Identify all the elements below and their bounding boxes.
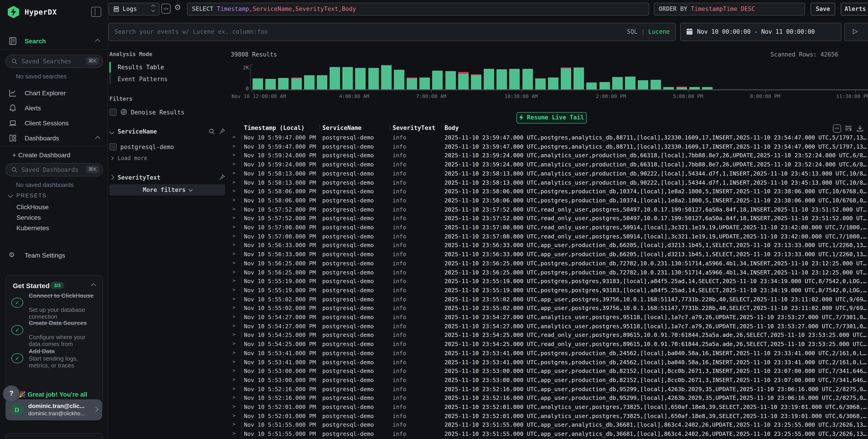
table-row[interactable]: >Nov 10 5:54:27.000 PMpostgresql-demoinf… — [230, 322, 868, 331]
row-expand-chevron-icon[interactable]: > — [232, 350, 236, 355]
table-row[interactable]: >Nov 10 5:55:19.000 PMpostgresql-demoinf… — [230, 286, 868, 295]
sidebar-item-client-sessions[interactable]: Client Sessions — [0, 118, 107, 129]
query-language-toggle[interactable]: SQL | Lucene — [627, 28, 670, 35]
row-expand-chevron-icon[interactable]: > — [232, 206, 236, 212]
table-row[interactable]: >Nov 10 5:52:16.000 PMpostgresql-demoinf… — [230, 394, 868, 403]
histogram-bar[interactable] — [394, 70, 404, 90]
histogram-bar[interactable] — [625, 76, 636, 89]
table-row[interactable]: >Nov 10 5:55:02.000 PMpostgresql-demoinf… — [230, 295, 868, 304]
row-expand-chevron-icon[interactable]: > — [232, 188, 236, 194]
sidebar-item-chart-explorer[interactable]: Chart Explorer — [0, 88, 107, 99]
sidebar-item-dashboards[interactable]: Dashboards — [0, 133, 107, 145]
chevron-down-icon[interactable] — [109, 129, 115, 134]
create-dashboard-button[interactable]: + Create Dashboard — [0, 150, 107, 161]
histogram-bar[interactable] — [484, 69, 494, 89]
table-row[interactable]: >Nov 10 5:53:41.000 PMpostgresql-demoinf… — [230, 357, 868, 367]
mode-results-table[interactable]: Results Table — [118, 64, 164, 71]
saved-dashboards-input[interactable]: Saved Dashboards ⌘K — [5, 163, 103, 177]
source-select[interactable]: Logs — [108, 3, 160, 15]
histogram-bar[interactable] — [651, 80, 661, 90]
row-expand-chevron-icon[interactable]: > — [232, 332, 236, 338]
pin-icon[interactable] — [219, 174, 225, 181]
mode-event-patterns[interactable]: Event Patterns — [118, 76, 167, 83]
histogram-bar[interactable] — [638, 80, 648, 89]
table-row[interactable]: >Nov 10 5:57:52.000 PMpostgresql-demoinf… — [230, 205, 868, 214]
get-started-step[interactable]: ✓Create Data SourcesConfigure where your… — [11, 319, 98, 343]
row-expand-chevron-icon[interactable]: > — [232, 314, 236, 319]
run-query-button[interactable]: ▷ — [844, 23, 868, 41]
alerts-button[interactable]: Alerts — [841, 3, 868, 15]
resume-live-tail-button[interactable]: Resume Live Tail — [517, 112, 587, 124]
presets-toggle[interactable]: PRESETS — [17, 192, 47, 199]
histogram-bar[interactable] — [702, 87, 713, 89]
histogram-bar[interactable] — [548, 77, 558, 89]
histogram-bar[interactable] — [496, 69, 507, 89]
table-row[interactable]: >Nov 10 5:54:27.000 PMpostgresql-demoinf… — [230, 313, 868, 322]
table-row[interactable]: >Nov 10 5:54:25.000 PMpostgresql-demoinf… — [230, 340, 868, 348]
table-row[interactable]: >Nov 10 5:58:13.000 PMpostgresql-demoinf… — [230, 169, 868, 178]
table-row[interactable]: >Nov 10 5:52:01.000 PMpostgresql-demoinf… — [230, 411, 868, 420]
row-expand-chevron-icon[interactable]: > — [232, 305, 236, 311]
histogram-bar[interactable] — [522, 69, 533, 89]
chevron-right-icon[interactable] — [109, 175, 115, 180]
row-expand-chevron-icon[interactable]: > — [232, 395, 236, 401]
preset-item-clickhouse[interactable]: ClickHouse — [17, 203, 49, 211]
table-row[interactable]: >Nov 10 5:52:01.000 PMpostgresql-demoinf… — [230, 403, 868, 411]
col-header-body[interactable]: Body — [444, 124, 459, 131]
row-expand-chevron-icon[interactable]: > — [232, 143, 236, 149]
table-row[interactable]: >Nov 10 5:55:02.000 PMpostgresql-demoinf… — [230, 304, 868, 313]
histogram-bar[interactable] — [420, 77, 430, 89]
table-row[interactable]: >Nov 10 5:54:25.000 PMpostgresql-demoinf… — [230, 331, 868, 340]
table-row[interactable]: >Nov 10 5:57:52.000 PMpostgresql-demoinf… — [230, 214, 868, 223]
table-row[interactable]: >Nov 10 5:51:55.000 PMpostgresql-demoinf… — [230, 430, 868, 438]
histogram-bar[interactable] — [587, 82, 597, 89]
row-expand-chevron-icon[interactable]: > — [232, 403, 236, 409]
row-expand-chevron-icon[interactable]: > — [232, 421, 236, 427]
events-histogram[interactable]: 2K 0 Nov 10 12:00:00 AM4:00:00 AM7:00:00… — [230, 61, 868, 94]
histogram-bar[interactable] — [291, 77, 302, 89]
load-more-link[interactable]: Load more — [118, 155, 147, 161]
sidebar-item-search[interactable]: Search — [0, 36, 107, 48]
table-row[interactable]: >Nov 10 5:56:25.000 PMpostgresql-demoinf… — [230, 259, 868, 268]
row-expand-chevron-icon[interactable]: > — [232, 368, 236, 373]
wrap-lines-icon[interactable] — [845, 125, 852, 132]
filter-group-servicename[interactable]: ServiceName — [118, 128, 157, 135]
histogram-bar[interactable] — [330, 67, 340, 90]
date-range-picker[interactable]: Nov 10 00:00:00 - Nov 11 00:00:00 — [680, 23, 842, 41]
servicename-option-label[interactable]: postgresql-demo — [120, 144, 174, 151]
row-expand-chevron-icon[interactable]: > — [232, 377, 236, 382]
save-button[interactable]: Save — [811, 3, 835, 15]
select-clause-input[interactable]: SELECT Timestamp,ServiceName,SeverityTex… — [187, 3, 649, 15]
denoise-checkbox[interactable] — [110, 108, 117, 116]
row-expand-chevron-icon[interactable]: > — [232, 412, 236, 418]
table-row[interactable]: >Nov 10 5:55:19.000 PMpostgresql-demoinf… — [230, 277, 868, 286]
col-header-severitytext[interactable]: SeverityText — [393, 124, 435, 131]
help-button[interactable]: ? — [3, 385, 20, 403]
table-row[interactable]: >Nov 10 5:56:33.000 PMpostgresql-demoinf… — [230, 250, 868, 259]
histogram-bar[interactable] — [561, 67, 571, 89]
sidebar-collapse-icon[interactable] — [91, 7, 101, 17]
row-expand-chevron-icon[interactable]: > — [232, 287, 236, 293]
histogram-bar[interactable] — [663, 87, 674, 89]
denoise-label[interactable]: Denoise Results — [131, 109, 184, 116]
download-icon[interactable] — [857, 125, 863, 132]
row-expand-chevron-icon[interactable]: > — [232, 242, 236, 248]
table-row[interactable]: >Nov 10 5:57:00.000 PMpostgresql-demoinf… — [230, 223, 868, 232]
row-expand-chevron-icon[interactable]: > — [232, 260, 236, 266]
get-started-step[interactable]: ✓Add DataStart sending logs, metrics, or… — [11, 348, 98, 369]
more-filters-button[interactable]: More filters — [110, 184, 225, 195]
table-row[interactable]: >Nov 10 5:56:33.000 PMpostgresql-demoinf… — [230, 241, 868, 250]
expand-json-icon[interactable]: <> — [833, 124, 841, 133]
histogram-bar[interactable] — [342, 67, 353, 89]
filter-group-severitytext[interactable]: SeverityText — [118, 174, 160, 181]
histogram-bar[interactable] — [304, 75, 314, 89]
servicename-option-checkbox[interactable] — [110, 143, 117, 151]
table-row[interactable]: >Nov 10 5:51:55.000 PMpostgresql-demoinf… — [230, 420, 868, 430]
histogram-bar[interactable] — [265, 79, 276, 90]
preset-item-kubernetes[interactable]: Kubernetes — [17, 224, 49, 231]
row-expand-chevron-icon[interactable]: > — [232, 179, 236, 185]
row-expand-chevron-icon[interactable]: > — [232, 197, 236, 203]
col-header-timestamp[interactable]: Timestamp (Local) — [244, 124, 305, 131]
histogram-bar[interactable] — [278, 78, 289, 90]
table-row[interactable]: >Nov 10 5:52:16.000 PMpostgresql-demoinf… — [230, 384, 868, 394]
